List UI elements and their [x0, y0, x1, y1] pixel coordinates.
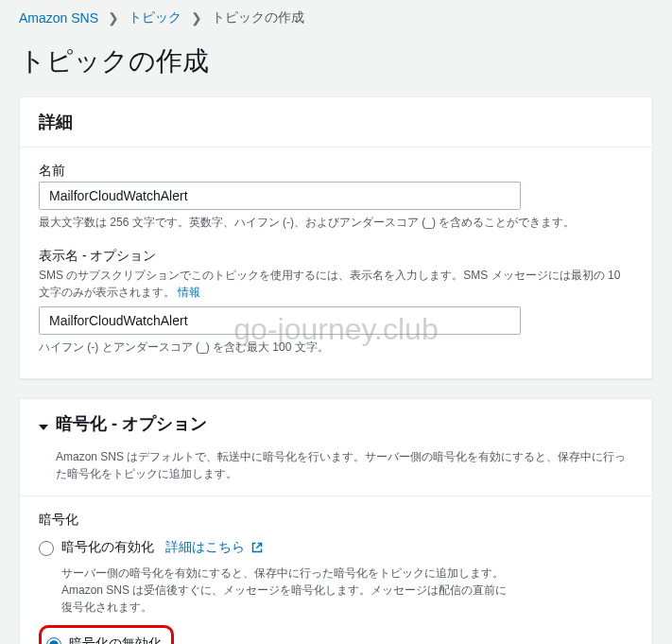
- encryption-panel: 暗号化 - オプション Amazon SNS はデフォルトで、転送中に暗号化を行…: [19, 398, 653, 644]
- caret-down-icon: [39, 425, 48, 430]
- display-name-input[interactable]: [39, 306, 521, 335]
- encryption-header[interactable]: 暗号化 - オプション Amazon SNS はデフォルトで、転送中に暗号化を行…: [20, 399, 652, 496]
- details-panel: 詳細 名前 最大文字数は 256 文字です。英数字、ハイフン (-)、およびアン…: [19, 96, 653, 379]
- display-name-helper: ハイフン (-) とアンダースコア (_) を含む最大 100 文字。: [39, 339, 633, 356]
- encryption-section-label: 暗号化: [39, 512, 633, 529]
- name-input[interactable]: [39, 182, 521, 210]
- details-header: 詳細: [20, 97, 652, 148]
- breadcrumb: Amazon SNS ❯ トピック ❯ トピックの作成: [0, 0, 672, 36]
- encryption-disable-row[interactable]: 暗号化の無効化: [46, 633, 162, 644]
- encryption-disable-radio[interactable]: [46, 637, 61, 644]
- breadcrumb-topics-link[interactable]: トピック: [129, 9, 181, 26]
- external-link-icon: [251, 541, 263, 556]
- name-label: 名前: [39, 163, 633, 180]
- breadcrumb-current: トピックの作成: [212, 9, 304, 26]
- display-name-label: 表示名 - オプション: [39, 248, 633, 265]
- display-name-sublabel: SMS のサブスクリプションでこのトピックを使用するには、表示名を入力します。S…: [39, 267, 633, 301]
- chevron-right-icon: ❯: [108, 10, 119, 26]
- encryption-description: Amazon SNS はデフォルトで、転送中に暗号化を行います。サーバー側の暗号…: [39, 448, 633, 482]
- encryption-enable-sub: サーバー側の暗号化を有効にすると、保存中に行った暗号化をトピックに追加します。A…: [61, 565, 515, 616]
- encryption-enable-label: 暗号化の有効化: [61, 539, 154, 556]
- name-helper: 最大文字数は 256 文字です。英数字、ハイフン (-)、およびアンダースコア …: [39, 214, 633, 231]
- breadcrumb-root-link[interactable]: Amazon SNS: [19, 10, 98, 26]
- encryption-enable-row[interactable]: 暗号化の有効化 詳細はこちら: [39, 536, 633, 559]
- page-title: トピックの作成: [0, 36, 672, 96]
- encryption-learn-more-link[interactable]: 詳細はこちら: [165, 539, 263, 556]
- encryption-enable-radio[interactable]: [39, 541, 54, 556]
- display-name-info-link[interactable]: 情報: [178, 286, 200, 299]
- display-name-group: 表示名 - オプション SMS のサブスクリプションでこのトピックを使用するには…: [39, 248, 633, 356]
- encryption-disable-highlight: 暗号化の無効化: [39, 625, 174, 644]
- encryption-title: 暗号化 - オプション: [56, 412, 207, 435]
- encryption-disable-label: 暗号化の無効化: [69, 635, 162, 644]
- chevron-right-icon: ❯: [191, 10, 202, 26]
- name-group: 名前 最大文字数は 256 文字です。英数字、ハイフン (-)、およびアンダース…: [39, 163, 633, 231]
